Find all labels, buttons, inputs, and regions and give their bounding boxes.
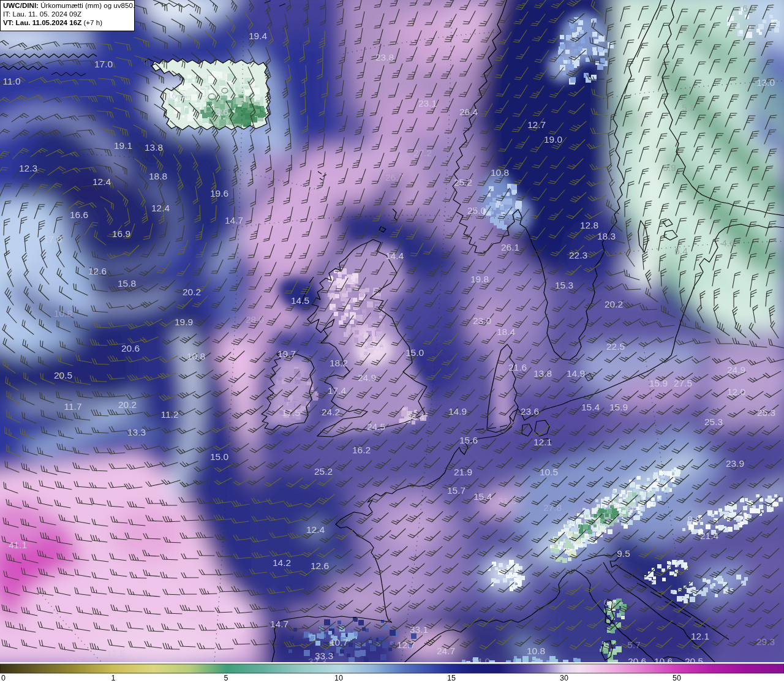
svg-text:12.1: 12.1 (691, 631, 709, 641)
svg-text:41.1: 41.1 (9, 540, 27, 550)
svg-text:26.4: 26.4 (459, 107, 478, 117)
svg-text:UWC/DINI: Úrkomumætti (mm) og: UWC/DINI: Úrkomumætti (mm) og uv850. (3, 1, 135, 9)
svg-text:4.2: 4.2 (606, 499, 619, 509)
svg-text:14.5: 14.5 (291, 295, 309, 306)
svg-text:12.6: 12.6 (88, 266, 107, 276)
svg-text:8.8: 8.8 (687, 514, 701, 524)
svg-text:IT: Lau. 11. 05. 2024 09Z: IT: Lau. 11. 05. 2024 09Z (3, 10, 81, 18)
svg-text:23.0: 23.0 (473, 315, 492, 326)
svg-text:15.8: 15.8 (118, 278, 136, 289)
svg-text:22.3: 22.3 (569, 250, 587, 260)
svg-text:17.0: 17.0 (94, 59, 113, 69)
svg-text:6.8: 6.8 (603, 597, 617, 608)
svg-text:18.3: 18.3 (597, 231, 616, 241)
svg-text:11.0: 11.0 (2, 76, 20, 86)
svg-text:19.1: 19.1 (114, 140, 132, 151)
svg-text:19.8: 19.8 (470, 274, 489, 284)
svg-text:12.5: 12.5 (107, 648, 125, 658)
svg-text:9.5: 9.5 (617, 548, 630, 559)
svg-text:20.2: 20.2 (183, 287, 201, 297)
svg-text:10.8: 10.8 (187, 351, 205, 361)
svg-text:18.2: 18.2 (330, 358, 348, 368)
svg-text:24.7: 24.7 (437, 646, 455, 656)
svg-text:13.8: 13.8 (145, 142, 163, 153)
svg-text:12.7: 12.7 (527, 119, 546, 130)
svg-text:5.9: 5.9 (663, 162, 676, 173)
svg-text:22.5: 22.5 (606, 341, 625, 352)
svg-text:24.9: 24.9 (358, 372, 376, 383)
svg-text:15.4: 15.4 (581, 402, 600, 412)
svg-text:25.0: 25.0 (467, 205, 486, 216)
svg-text:21.9: 21.9 (454, 467, 472, 477)
svg-text:23.9: 23.9 (726, 458, 744, 469)
svg-text:19.9: 19.9 (175, 317, 193, 327)
svg-text:5: 5 (224, 674, 228, 682)
svg-text:25.2: 25.2 (454, 177, 472, 187)
svg-text:24.2: 24.2 (322, 407, 340, 417)
svg-text:26.7: 26.7 (385, 172, 404, 183)
svg-text:27.8: 27.8 (543, 502, 562, 513)
svg-text:23.6: 23.6 (521, 406, 539, 417)
svg-text:12.8: 12.8 (580, 220, 598, 230)
svg-text:15.6: 15.6 (459, 435, 478, 445)
svg-text:16.2: 16.2 (352, 445, 371, 455)
svg-text:11.2: 11.2 (160, 409, 178, 420)
svg-text:10.8: 10.8 (527, 646, 545, 656)
svg-text:24.4: 24.4 (406, 412, 425, 422)
svg-text:15.3: 15.3 (555, 280, 573, 290)
svg-text:5.7: 5.7 (627, 640, 641, 650)
svg-text:23.1: 23.1 (418, 98, 437, 108)
svg-text:14.4: 14.4 (385, 251, 404, 261)
svg-text:10.5: 10.5 (540, 467, 558, 477)
svg-text:15.4: 15.4 (473, 491, 492, 502)
svg-text:12.4: 12.4 (151, 203, 170, 213)
svg-text:19.0: 19.0 (544, 134, 563, 145)
svg-text:13.8: 13.8 (533, 368, 552, 379)
svg-text:10: 10 (334, 674, 343, 682)
svg-text:3.6: 3.6 (215, 107, 228, 117)
svg-text:18.4: 18.4 (497, 326, 516, 337)
svg-text:10.8: 10.8 (491, 167, 509, 178)
svg-text:21.6: 21.6 (508, 362, 527, 372)
svg-text:28.0: 28.0 (246, 314, 265, 325)
svg-text:VT: Lau. 11.05.2024 16Z (+7 h): VT: Lau. 11.05.2024 16Z (+7 h) (3, 18, 102, 26)
svg-text:13.3: 13.3 (127, 427, 146, 437)
svg-text:12.7: 12.7 (397, 640, 415, 650)
svg-text:15.9: 15.9 (649, 378, 668, 388)
svg-text:27.6: 27.6 (307, 184, 326, 194)
svg-text:31.3: 31.3 (498, 496, 516, 506)
svg-text:19.6: 19.6 (210, 188, 228, 198)
svg-text:10.8: 10.8 (54, 308, 72, 319)
svg-text:12.3: 12.3 (19, 163, 37, 173)
svg-text:1: 1 (111, 674, 116, 682)
svg-text:20.5: 20.5 (54, 370, 72, 380)
svg-text:16.6: 16.6 (70, 209, 88, 220)
svg-text:16.9: 16.9 (112, 228, 130, 239)
svg-text:17.5: 17.5 (282, 407, 300, 418)
svg-text:33.1: 33.1 (410, 624, 428, 635)
svg-text:15.7: 15.7 (447, 485, 466, 496)
svg-text:27.6: 27.6 (273, 219, 292, 230)
svg-text:18.8: 18.8 (149, 171, 167, 181)
svg-text:25.2: 25.2 (314, 466, 333, 477)
svg-text:21.4: 21.4 (700, 530, 719, 541)
svg-text:14.7: 14.7 (270, 619, 288, 629)
svg-text:15.9: 15.9 (609, 402, 628, 412)
svg-text:12.4: 12.4 (306, 524, 325, 535)
svg-text:5.3: 5.3 (682, 102, 695, 113)
svg-text:25.3: 25.3 (704, 417, 723, 427)
svg-text:50: 50 (673, 674, 681, 682)
svg-text:20.2: 20.2 (118, 399, 137, 410)
svg-text:12.1: 12.1 (533, 437, 552, 447)
svg-text:27.2: 27.2 (413, 148, 432, 158)
svg-text:14.9: 14.9 (448, 406, 467, 417)
svg-text:24.5: 24.5 (367, 421, 385, 432)
svg-text:24.9: 24.9 (727, 364, 745, 375)
svg-text:19.4: 19.4 (249, 31, 268, 41)
svg-text:29.0: 29.0 (366, 342, 385, 352)
svg-text:14.9: 14.9 (567, 368, 585, 379)
svg-text:12.6: 12.6 (311, 560, 329, 571)
svg-text:17.0: 17.0 (43, 234, 62, 244)
svg-text:29.3: 29.3 (756, 636, 775, 647)
svg-text:4.6: 4.6 (722, 238, 735, 248)
